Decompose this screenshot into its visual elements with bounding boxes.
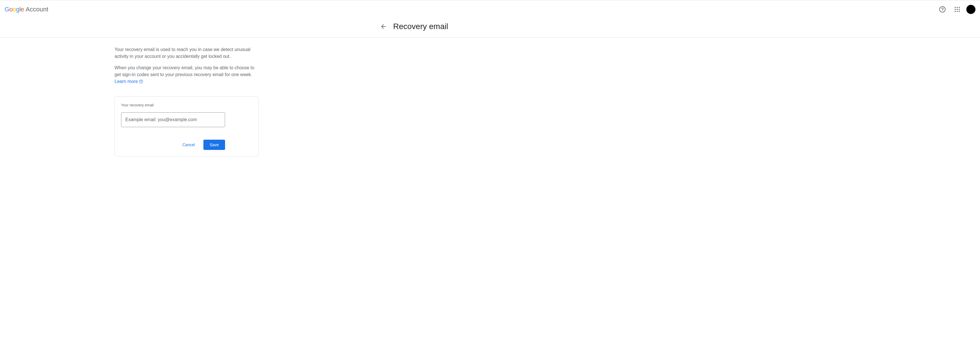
avatar[interactable]	[966, 5, 975, 14]
field-label: Your recovery email	[121, 103, 252, 107]
topbar: Google Account	[0, 0, 980, 19]
help-icon[interactable]	[937, 4, 948, 15]
logo-block[interactable]: Google Account	[5, 6, 48, 13]
save-button[interactable]: Save	[204, 140, 225, 150]
page-header: Recovery email	[380, 19, 714, 37]
google-logo: Google	[5, 6, 24, 13]
help-circle-icon	[139, 80, 143, 83]
recovery-email-card: Your recovery email Cancel Save	[115, 96, 259, 156]
description-2-text: When you change your recovery email, you…	[115, 65, 255, 77]
svg-point-0	[940, 6, 945, 12]
svg-point-1	[942, 11, 943, 11]
svg-point-2	[139, 80, 143, 83]
apps-icon[interactable]	[951, 4, 963, 15]
arrow-left-icon	[380, 23, 387, 30]
page-title: Recovery email	[393, 22, 448, 31]
learn-more-label: Learn more	[115, 78, 138, 85]
button-row: Cancel Save	[121, 140, 225, 150]
recovery-email-input[interactable]	[121, 112, 225, 127]
topbar-right	[937, 4, 975, 15]
product-name: Account	[25, 6, 48, 13]
learn-more-link[interactable]: Learn more	[115, 78, 143, 85]
back-button[interactable]	[378, 21, 389, 32]
main-content: Your recovery email is used to reach you…	[115, 38, 259, 156]
svg-point-3	[141, 82, 141, 83]
description-1: Your recovery email is used to reach you…	[115, 46, 259, 60]
cancel-button[interactable]: Cancel	[176, 140, 201, 150]
description-2: When you change your recovery email, you…	[115, 64, 259, 85]
